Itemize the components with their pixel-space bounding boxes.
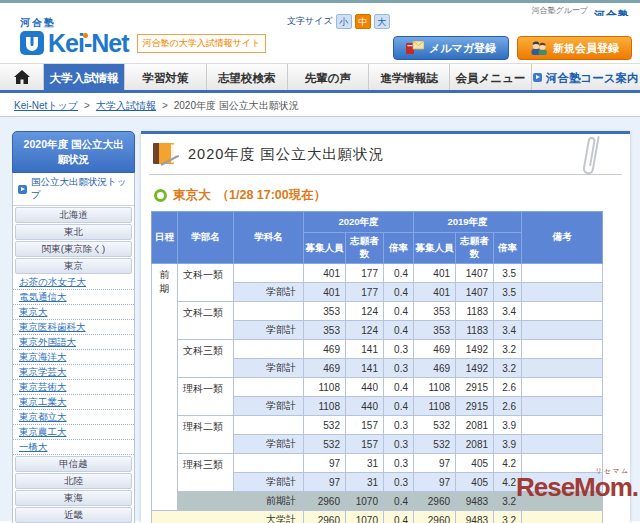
table-cell-value: 4.2 bbox=[494, 473, 522, 492]
table-cell-remarks bbox=[522, 264, 603, 283]
sidebar-university-link[interactable]: 東京工業大 bbox=[13, 395, 134, 410]
table-cell-faculty: 文科二類 bbox=[178, 302, 234, 340]
mailmag-icon bbox=[406, 41, 424, 55]
table-cell-value: 31 bbox=[346, 473, 384, 492]
sidebar-region-button[interactable]: 北陸 bbox=[15, 473, 132, 489]
table-cell-value: 9483 bbox=[456, 511, 494, 523]
sidebar-university-link[interactable]: 一橋大 bbox=[13, 440, 134, 455]
new-member-register-button[interactable]: 新規会員登録 bbox=[517, 36, 632, 60]
arrow-right-icon bbox=[18, 185, 27, 194]
table-cell-value: 469 bbox=[414, 340, 456, 359]
table-row: 文科二類3531240.435311833.4 bbox=[152, 302, 603, 321]
nav-home-button[interactable] bbox=[0, 64, 44, 90]
logo-kawaijuku-text: 河合塾 bbox=[20, 16, 266, 30]
page-title-row: 2020年度 国公立大出願状況 bbox=[149, 140, 622, 175]
table-cell-department bbox=[234, 454, 304, 473]
table-cell-value: 1070 bbox=[346, 492, 384, 511]
table-cell-value: 353 bbox=[304, 302, 346, 321]
table-cell-subtotal-label: 学部計 bbox=[234, 435, 304, 454]
sidebar-university-link[interactable]: 東京医科歯科大 bbox=[13, 320, 134, 335]
table-cell-value: 0.4 bbox=[384, 283, 414, 302]
table-cell-value: 3.4 bbox=[494, 302, 522, 321]
sidebar-region-button[interactable]: 東京 bbox=[15, 258, 132, 274]
sidebar-region-button[interactable]: 東海 bbox=[15, 490, 132, 506]
table-cell-remarks bbox=[522, 340, 603, 359]
table-cell-value: 97 bbox=[304, 473, 346, 492]
table-cell-value: 401 bbox=[304, 264, 346, 283]
table-cell-remarks bbox=[522, 435, 603, 454]
nav-item-学習対策[interactable]: 学習対策 bbox=[125, 64, 206, 90]
table-cell-value: 353 bbox=[414, 321, 456, 340]
nav-item-先輩の声[interactable]: 先輩の声 bbox=[288, 64, 369, 90]
site-header: 河合塾 Kei-Net 河合塾の大学入試情報サイト 文字サイズ 小 中 大 メル… bbox=[0, 16, 640, 63]
nav-item-志望校検索[interactable]: 志望校検索 bbox=[207, 64, 288, 90]
sidebar-region-button[interactable]: 北海道 bbox=[15, 207, 132, 223]
table-cell-total-label: 大学計 bbox=[152, 511, 304, 523]
table-cell-value: 1407 bbox=[456, 264, 494, 283]
table-cell-value: 177 bbox=[346, 283, 384, 302]
table-cell-value: 532 bbox=[304, 435, 346, 454]
sidebar-region-button[interactable]: 東北 bbox=[15, 224, 132, 240]
sidebar-university-link[interactable]: 東京外国語大 bbox=[13, 335, 134, 350]
table-cell-subtotal-label: 学部計 bbox=[234, 397, 304, 416]
table-cell-department bbox=[234, 378, 304, 397]
table-cell-value: 3.9 bbox=[494, 435, 522, 454]
sidebar-university-link[interactable]: 東京学芸大 bbox=[13, 365, 134, 380]
keinet-logo[interactable]: 河合塾 Kei-Net 河合塾の大学入試情報サイト bbox=[20, 16, 266, 55]
font-size-medium-button[interactable]: 中 bbox=[355, 14, 371, 29]
sidebar-university-link[interactable]: 電気通信大 bbox=[13, 290, 134, 305]
table-cell-value: 0.3 bbox=[384, 435, 414, 454]
nav-item-大学入試情報[interactable]: 大学入試情報 bbox=[44, 64, 125, 90]
table-cell-value: 1183 bbox=[456, 321, 494, 340]
main-nav: 大学入試情報学習対策志望校検索先輩の声進学情報誌会員メニュー河合塾コース案内 bbox=[0, 63, 640, 93]
breadcrumb-link[interactable]: Kei-Netトップ bbox=[14, 100, 78, 111]
group-label: 河合塾グループ bbox=[531, 6, 588, 15]
table-cell-value: 1108 bbox=[304, 397, 346, 416]
university-section-heading: 東京大 （1/28 17:00現在） bbox=[154, 187, 622, 204]
table-cell-value: 0.4 bbox=[384, 302, 414, 321]
table-cell-department bbox=[234, 340, 304, 359]
table-cell-value: 440 bbox=[346, 397, 384, 416]
table-row: 前期文科一類4011770.440114073.5 bbox=[152, 264, 603, 283]
application-status-table: 日程 学部名 学科名 2020年度 2019年度 備考 募集人員 志願者数 倍率… bbox=[151, 211, 603, 523]
sidebar-region-button[interactable]: 甲信越 bbox=[15, 456, 132, 472]
sidebar-regions-top: 北海道東北関東(東京除く)東京 bbox=[13, 207, 134, 274]
font-size-label: 文字サイズ bbox=[287, 15, 333, 28]
table-cell-value: 405 bbox=[456, 473, 494, 492]
table-cell-value: 2.6 bbox=[494, 378, 522, 397]
col-header-ratio-2020: 倍率 bbox=[384, 233, 414, 264]
mailmag-register-button[interactable]: メルマガ登録 bbox=[393, 36, 509, 60]
breadcrumb-current: 2020年度 国公立大出願状況 bbox=[174, 100, 299, 111]
sidebar-university-link[interactable]: 東京都立大 bbox=[13, 410, 134, 425]
sidebar-region-button[interactable]: 関東(東京除く) bbox=[15, 241, 132, 257]
table-row-total: 大学計296010700.4296094833.2 bbox=[152, 511, 603, 523]
table-cell-value: 2915 bbox=[456, 378, 494, 397]
main-panel: 2020年度 国公立大出願状況 東京大 （1/28 17:00現在） 日程 学部… bbox=[141, 131, 630, 523]
font-size-small-button[interactable]: 小 bbox=[336, 14, 352, 29]
font-size-large-button[interactable]: 大 bbox=[374, 14, 390, 29]
sidebar-university-link[interactable]: 東京大 bbox=[13, 305, 134, 320]
col-header-capacity-2020: 募集人員 bbox=[304, 233, 346, 264]
table-cell-value: 97 bbox=[304, 454, 346, 473]
table-cell-value: 141 bbox=[346, 340, 384, 359]
table-cell-value: 0.3 bbox=[384, 454, 414, 473]
sidebar-university-link[interactable]: 東京海洋大 bbox=[13, 350, 134, 365]
table-cell-value: 157 bbox=[346, 416, 384, 435]
table-cell-remarks bbox=[522, 416, 603, 435]
nav-item-進学情報誌[interactable]: 進学情報誌 bbox=[369, 64, 450, 90]
sidebar-item-top[interactable]: 国公立大出願状況トップ bbox=[13, 173, 134, 206]
col-header-ratio-2019: 倍率 bbox=[494, 233, 522, 264]
table-cell-value: 1108 bbox=[414, 397, 456, 416]
sidebar-university-link[interactable]: お茶の水女子大 bbox=[13, 275, 134, 290]
nav-item-河合塾コース案内[interactable]: 河合塾コース案内 bbox=[532, 64, 640, 90]
table-cell-remarks bbox=[522, 378, 603, 397]
sidebar-region-button[interactable]: 近畿 bbox=[15, 507, 132, 523]
nav-item-会員メニュー[interactable]: 会員メニュー bbox=[450, 64, 531, 90]
breadcrumb-link[interactable]: 大学入試情報 bbox=[96, 100, 156, 111]
sidebar-university-link[interactable]: 東京農工大 bbox=[13, 425, 134, 440]
table-cell-subtotal-label: 学部計 bbox=[234, 321, 304, 340]
table-cell-value: 0.3 bbox=[384, 340, 414, 359]
sidebar-university-link[interactable]: 東京芸術大 bbox=[13, 380, 134, 395]
table-cell-value: 401 bbox=[414, 264, 456, 283]
table-cell-remarks bbox=[522, 397, 603, 416]
